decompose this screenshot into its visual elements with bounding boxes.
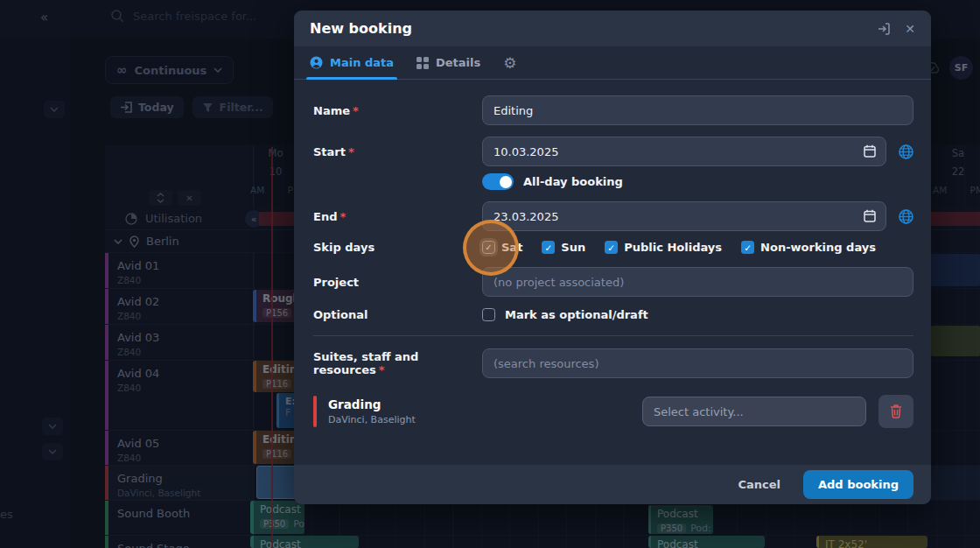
dock-panel-icon[interactable] (877, 22, 891, 36)
tab-main-data[interactable]: Main data (310, 46, 394, 79)
sat-checkbox[interactable] (482, 241, 495, 254)
person-icon (310, 56, 323, 69)
project-input[interactable] (482, 267, 914, 297)
resources-field-row: Suites, staff and resources* (313, 348, 914, 378)
end-date-input[interactable] (482, 201, 886, 231)
tab-label: Details (436, 56, 480, 69)
checkbox-label: Public Holidays (624, 241, 722, 254)
modal-body: Name* Start* All-day booking End* (294, 80, 931, 465)
sun-checkbox[interactable] (542, 241, 555, 254)
activity-select[interactable]: Select activity... (642, 397, 866, 426)
resource-sub: DaVinci, Baselight (328, 414, 642, 425)
field-label: Start* (313, 145, 482, 158)
remove-resource-button[interactable] (878, 395, 914, 428)
end-field-row: End* (313, 201, 914, 231)
cancel-button[interactable]: Cancel (738, 478, 780, 491)
page-title: New booking (310, 20, 863, 37)
grid-icon (416, 57, 429, 69)
selected-resource-grading: Grading DaVinci, Baselight Select activi… (313, 395, 914, 428)
trash-icon (890, 404, 902, 418)
field-label: End* (313, 210, 482, 223)
checkbox-label: Sat (501, 241, 522, 254)
field-label: Suites, staff and resources* (313, 350, 482, 376)
timezone-globe-icon[interactable] (899, 144, 914, 159)
all-day-row: All-day booking (313, 173, 914, 190)
resources-search-input[interactable] (482, 348, 914, 378)
skip-day-sat[interactable]: Sat (482, 241, 522, 254)
name-input[interactable] (482, 95, 914, 125)
field-label: Optional (313, 308, 482, 321)
non-working-days-checkbox[interactable] (741, 241, 754, 254)
calendar-icon[interactable] (864, 209, 876, 222)
field-label: Project (313, 276, 482, 289)
start-field-row: Start* (313, 137, 914, 166)
toggle-knob (500, 176, 512, 188)
tab-label: Main data (330, 56, 394, 69)
field-label: Skip days (313, 241, 482, 254)
activity-placeholder: Select activity... (654, 405, 744, 418)
public-holidays-checkbox[interactable] (605, 241, 618, 254)
optional-checkbox[interactable] (482, 308, 495, 321)
timezone-globe-icon[interactable] (899, 209, 914, 224)
modal-header: New booking ✕ (294, 11, 931, 46)
section-divider (313, 335, 914, 336)
name-field-row: Name* (313, 95, 914, 125)
calendar-icon[interactable] (864, 144, 876, 158)
skip-non-working-days[interactable]: Non-working days (741, 241, 876, 254)
new-booking-modal: New booking ✕ Main data Details ⚙ Name* … (294, 11, 931, 504)
skip-days-row: Skip days Sat Sun Public Holidays Non-wo… (313, 241, 914, 254)
resource-color-bar (313, 396, 317, 427)
all-day-label: All-day booking (523, 175, 623, 188)
close-icon[interactable]: ✕ (905, 22, 915, 36)
optional-row: Optional Mark as optional/draft (313, 308, 914, 321)
all-day-toggle[interactable] (482, 173, 514, 190)
modal-footer: Cancel Add booking (294, 465, 931, 504)
modal-tabs: Main data Details ⚙ (294, 46, 931, 80)
skip-day-sun[interactable]: Sun (542, 241, 585, 254)
start-date-input[interactable] (482, 137, 886, 166)
field-label: Name* (313, 104, 482, 117)
skip-public-holidays[interactable]: Public Holidays (605, 241, 722, 254)
checkbox-label: Sun (561, 241, 585, 254)
add-booking-button[interactable]: Add booking (803, 470, 914, 499)
checkbox-label: Non-working days (760, 241, 876, 254)
resource-name: Grading (328, 397, 642, 411)
tab-settings[interactable]: ⚙ (503, 46, 516, 79)
gear-icon: ⚙ (503, 54, 516, 72)
tab-details[interactable]: Details (416, 46, 480, 79)
project-field-row: Project (313, 267, 914, 297)
optional-checkbox-label: Mark as optional/draft (505, 308, 648, 321)
